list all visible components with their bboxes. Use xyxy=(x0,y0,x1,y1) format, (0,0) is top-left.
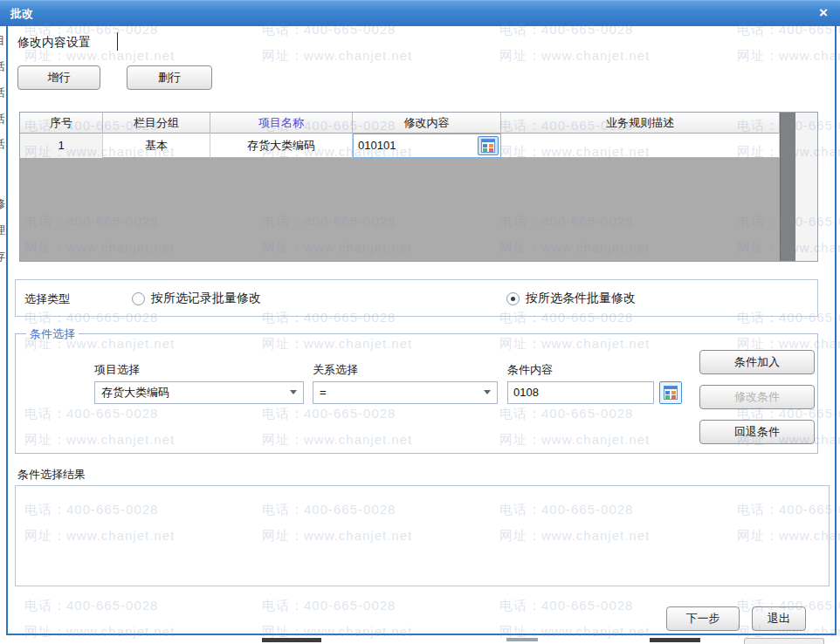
reference-picker-icon[interactable] xyxy=(659,381,682,404)
condition-result-box[interactable] xyxy=(15,485,830,586)
col-header-value: 修改内容 xyxy=(353,113,501,134)
underlying-window-fragment xyxy=(262,638,321,642)
condition-rollback-button[interactable]: 回退条件 xyxy=(699,420,815,444)
radio-by-records-label: 按所选记录批量修改 xyxy=(151,291,261,306)
radio-by-condition-label: 按所选条件批量修改 xyxy=(526,291,636,306)
grid-filler xyxy=(795,113,818,262)
radio-by-condition[interactable]: 按所选条件批量修改 xyxy=(506,291,636,306)
chevron-down-icon xyxy=(290,390,297,394)
delete-row-button[interactable]: 删行 xyxy=(127,65,212,90)
radio-icon[interactable] xyxy=(132,292,145,305)
condition-result-label: 条件选择结果 xyxy=(17,467,86,483)
selection-type-box: 选择类型 按所选记录批量修改 按所选条件批量修改 xyxy=(15,279,818,317)
radio-by-records[interactable]: 按所选记录批量修改 xyxy=(132,291,261,306)
col-header-seq: 序号 xyxy=(20,113,103,134)
left-edge-strip: 目话话话话修理存 xyxy=(0,26,6,637)
condition-add-button[interactable]: 条件加入 xyxy=(699,350,815,374)
cell-seq[interactable]: 1 xyxy=(20,134,103,158)
condition-modify-button[interactable]: 修改条件 xyxy=(699,385,815,409)
condition-legend: 条件选择 xyxy=(26,326,79,342)
dialog-body: 修改内容设置 增行 删行 序号 栏目分组 项目名称 修改内容 业务规则描述 1 … xyxy=(6,26,837,635)
relation-select-dropdown[interactable]: = xyxy=(313,381,498,404)
col-header-item: 项目名称 xyxy=(210,113,353,134)
item-select-value: 存货大类编码 xyxy=(101,382,169,403)
condition-content-label: 条件内容 xyxy=(507,362,553,378)
col-header-rule: 业务规则描述 xyxy=(501,113,780,134)
relation-select-label: 关系选择 xyxy=(313,362,358,378)
exit-button[interactable]: 退出 xyxy=(752,606,806,631)
grid-vertical-scrollbar[interactable] xyxy=(780,113,795,262)
cell-item[interactable]: 存货大类编码 xyxy=(210,134,353,158)
section-label: 修改内容设置 xyxy=(17,35,91,51)
cell-value-text: 010101 xyxy=(358,139,396,152)
radio-icon[interactable] xyxy=(506,292,520,305)
dialog-titlebar[interactable]: 批改 × xyxy=(0,0,840,26)
table-row[interactable]: 1 基本 存货大类编码 010101 xyxy=(20,134,795,158)
col-header-group: 栏目分组 xyxy=(103,113,210,134)
next-step-button[interactable]: 下一步 xyxy=(666,606,740,631)
add-row-button[interactable]: 增行 xyxy=(17,65,100,90)
condition-groupbox: 条件选择 项目选择 存货大类编码 关系选择 = 条件内容 0108 条件加入 修… xyxy=(15,333,818,454)
item-select-dropdown[interactable]: 存货大类编码 xyxy=(94,381,304,404)
close-icon[interactable]: × xyxy=(819,1,828,25)
grid-header-row: 序号 栏目分组 项目名称 修改内容 业务规则描述 xyxy=(20,113,795,134)
modify-items-grid: 序号 栏目分组 项目名称 修改内容 业务规则描述 1 基本 存货大类编码 010… xyxy=(19,112,818,262)
underlying-window-strip xyxy=(0,637,840,644)
chevron-down-icon xyxy=(484,390,491,394)
underlying-window-fragment xyxy=(506,638,538,641)
screen: 目话话话话修理存 批改 × 修改内容设置 增行 删行 序号 栏目分组 项目名称 … xyxy=(0,0,840,644)
underlying-window-fragment xyxy=(744,638,824,644)
cell-group[interactable]: 基本 xyxy=(103,134,210,158)
reference-picker-icon[interactable] xyxy=(478,136,499,155)
text-cursor xyxy=(117,32,118,51)
selection-type-label: 选择类型 xyxy=(24,291,70,307)
cell-value-input[interactable]: 010101 xyxy=(353,134,501,158)
relation-select-value: = xyxy=(320,382,327,403)
item-select-label: 项目选择 xyxy=(94,362,140,378)
cell-rule[interactable] xyxy=(501,134,780,158)
underlying-window-fragment xyxy=(650,638,700,642)
dialog-title: 批改 xyxy=(10,1,33,27)
condition-content-input[interactable]: 0108 xyxy=(507,381,654,404)
